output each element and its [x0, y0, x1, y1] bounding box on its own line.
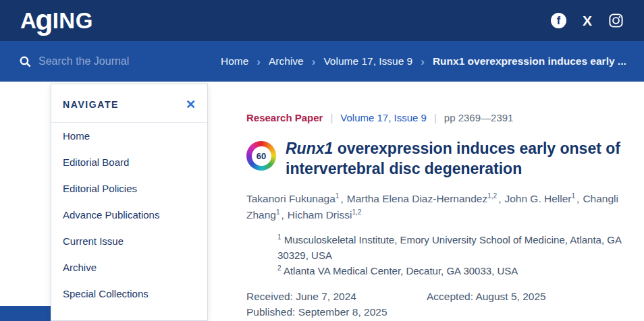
- affiliation-text: Atlanta VA Medical Center, Decatur, GA 3…: [284, 265, 518, 276]
- chevron-right-icon: ›: [257, 56, 261, 67]
- navigate-sidebar: NAVIGATE ✕ Home Editorial Board Editoria…: [51, 84, 208, 321]
- search-input[interactable]: [38, 55, 187, 67]
- published-label: Published:: [246, 306, 295, 318]
- article-title-italic: Runx1: [286, 140, 333, 157]
- divider: |: [330, 112, 333, 123]
- bottom-left-banner: [0, 306, 51, 321]
- article-category-label: Research Paper: [246, 112, 323, 123]
- received-label: Received:: [246, 291, 293, 302]
- search-icon[interactable]: [19, 55, 32, 68]
- author-affil-sup: 1: [276, 208, 280, 216]
- social-links: f X: [551, 13, 624, 28]
- sidebar-item-current-issue[interactable]: Current Issue: [51, 228, 207, 254]
- logo-letter-a: A: [20, 8, 36, 34]
- article-dates: Received: June 7, 2024 Accepted: August …: [246, 291, 636, 318]
- title-row: 60 Runx1 overexpression induces early on…: [246, 139, 636, 179]
- issue-link[interactable]: Volume 17, Issue 9: [340, 112, 427, 123]
- author-affil-sup: 1,2: [352, 208, 361, 216]
- published-date: Published: September 8, 2025: [246, 306, 427, 318]
- author-separator: ,: [340, 193, 343, 204]
- author-separator: ,: [576, 193, 579, 204]
- author-affil-sup: 1: [572, 192, 576, 200]
- logo-letter-g: g: [35, 9, 53, 30]
- chevron-right-icon: ›: [421, 56, 425, 67]
- facebook-icon[interactable]: f: [551, 13, 566, 28]
- breadcrumb: Home › Archive › Volume 17, Issue 9 › Ru…: [221, 41, 639, 82]
- sidebar-title: NAVIGATE: [63, 99, 119, 110]
- breadcrumb-current-article: Runx1 overexpression induces early ...: [433, 55, 626, 67]
- search-area: [19, 41, 187, 82]
- affiliation: 1 Musculoskeletal Institute, Emory Unive…: [277, 232, 636, 263]
- close-icon[interactable]: ✕: [186, 97, 196, 112]
- author-name[interactable]: John G. Heller: [504, 193, 571, 204]
- author-name[interactable]: Martha Elena Diaz-Hernandez: [347, 193, 488, 204]
- logo-letters-ing: ING: [53, 8, 93, 34]
- sidebar-item-special-collections[interactable]: Special Collections: [51, 281, 207, 307]
- altmetric-score: 60: [252, 146, 271, 166]
- affiliation-number: 1: [277, 233, 281, 241]
- article-title: Runx1 overexpression induces early onset…: [286, 139, 636, 179]
- page-range: pp 2369—2391: [444, 112, 514, 123]
- article-title-rest: overexpression induces early onset of in…: [286, 140, 620, 177]
- aging-logo[interactable]: A g ING: [20, 8, 93, 34]
- accepted-date: Accepted: August 5, 2025: [427, 291, 636, 303]
- author-affil-sup: 1: [336, 192, 340, 200]
- breadcrumb-archive[interactable]: Archive: [269, 55, 304, 67]
- author-name[interactable]: Takanori Fukunaga: [246, 193, 336, 204]
- article-main: Research Paper | Volume 17, Issue 9 | pp…: [246, 112, 636, 318]
- affiliation-list: 1 Musculoskeletal Institute, Emory Unive…: [277, 232, 636, 279]
- author-affil-sup: 1,2: [487, 192, 497, 200]
- affiliation-text: Musculoskeletal Institute, Emory Univers…: [277, 234, 621, 261]
- author-separator: ,: [498, 193, 501, 204]
- author-list: Takanori Fukunaga1,Martha Elena Diaz-Her…: [246, 191, 636, 223]
- accepted-label: Accepted:: [427, 291, 473, 302]
- affiliation-number: 2: [277, 264, 281, 272]
- sidebar-item-archive[interactable]: Archive: [51, 254, 207, 281]
- sidebar-item-advance-publications[interactable]: Advance Publications: [51, 202, 207, 228]
- accepted-value: August 5, 2025: [475, 291, 545, 302]
- x-twitter-icon[interactable]: X: [583, 13, 592, 28]
- breadcrumb-home[interactable]: Home: [221, 55, 248, 67]
- author-name[interactable]: Hicham Drissi: [288, 209, 352, 221]
- article-meta-row: Research Paper | Volume 17, Issue 9 | pp…: [246, 112, 636, 123]
- top-header-bar: A g ING f X: [0, 0, 644, 41]
- divider: |: [434, 112, 437, 123]
- author-separator: ,: [281, 209, 284, 221]
- received-date: Received: June 7, 2024: [246, 291, 427, 303]
- sidebar-item-editorial-policies[interactable]: Editorial Policies: [51, 175, 207, 202]
- altmetric-badge[interactable]: 60: [246, 141, 276, 171]
- breadcrumb-issue[interactable]: Volume 17, Issue 9: [323, 55, 412, 67]
- sidebar-header: NAVIGATE ✕: [51, 84, 207, 123]
- published-value: September 8, 2025: [298, 306, 387, 318]
- instagram-icon[interactable]: [608, 13, 624, 28]
- sidebar-item-home[interactable]: Home: [51, 123, 207, 149]
- received-value: June 7, 2024: [296, 291, 356, 302]
- search-nav-bar: Home › Archive › Volume 17, Issue 9 › Ru…: [0, 41, 644, 82]
- chevron-right-icon: ›: [312, 56, 316, 67]
- affiliation: 2 Atlanta VA Medical Center, Decatur, GA…: [277, 263, 636, 279]
- sidebar-item-editorial-board[interactable]: Editorial Board: [51, 149, 207, 175]
